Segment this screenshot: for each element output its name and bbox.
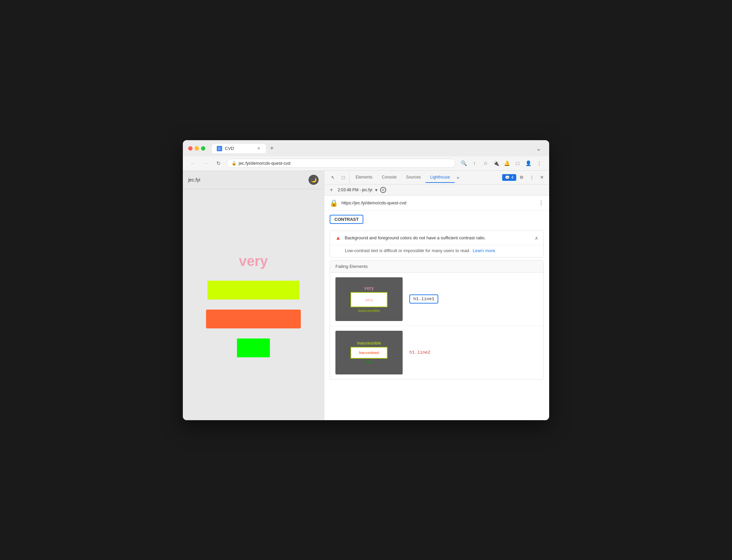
new-tab-button[interactable]: +: [267, 144, 277, 153]
lighthouse-url-more[interactable]: ⋮: [538, 200, 544, 206]
failing-element-row-1: very very inaccessible h1.line1: [330, 273, 543, 326]
devtools-tabs-bar: ↖ □ Elements Console Sources Lighthouse …: [324, 171, 549, 185]
demo-word-low-contrast: low-contrast: [206, 310, 301, 328]
browser-tab-active[interactable]: C CVD ✕: [212, 144, 266, 153]
more-devtools-options[interactable]: ⋮: [527, 173, 536, 182]
back-button[interactable]: ←: [188, 159, 198, 168]
settings-button[interactable]: ⚙: [517, 173, 526, 182]
demo-word-inaccessible: inaccessible: [207, 281, 299, 299]
thumb2-text1: inaccessible: [357, 341, 381, 346]
profile-icon[interactable]: 👤: [524, 159, 533, 168]
alert-icon[interactable]: 🔔: [502, 159, 512, 168]
audit-title: Background and foreground colors do not …: [345, 235, 531, 240]
audit-header[interactable]: ▲ Background and foreground colors do no…: [330, 231, 543, 245]
collapse-button[interactable]: ∧: [535, 235, 538, 241]
lighthouse-url-icon: 🔒: [330, 199, 338, 207]
traffic-light-minimize[interactable]: [195, 146, 199, 151]
block-icon[interactable]: ⊘: [380, 187, 386, 193]
lighthouse-content: 🔒 https://jec.fyi/demo/cds-quest-cvd ⋮ C…: [324, 196, 549, 420]
tab-sources[interactable]: Sources: [401, 172, 425, 183]
search-icon[interactable]: 🔍: [459, 159, 469, 168]
url-text: jec.fyi/demo/cds-quest-cvd: [239, 161, 451, 166]
element-thumbnail-2: inaccessible low-contrast text: [335, 331, 403, 374]
tabs-row: C CVD ✕ + ⌄: [212, 144, 544, 154]
extension-icon[interactable]: 🔌: [491, 159, 501, 168]
thumb1-top-text: very: [364, 285, 374, 291]
forward-button[interactable]: →: [201, 159, 210, 168]
settings-icon: ⚙: [520, 175, 524, 180]
browser-window: C CVD ✕ + ⌄ ← → ↻ 🔒 jec.fyi/demo/cds-que…: [183, 140, 549, 420]
traffic-light-close[interactable]: [188, 146, 193, 151]
add-audit-button[interactable]: +: [328, 186, 335, 194]
contrast-badge[interactable]: CONTRAST: [330, 215, 363, 224]
page-demo-area: very inaccessible low-contrast text: [183, 189, 324, 420]
element-picker-tool[interactable]: ↖: [328, 173, 338, 182]
audit-description-text: Low-contrast text is difficult or imposs…: [345, 248, 470, 253]
devtools-tab-actions: 💬 4 ⚙ ⋮ ✕: [502, 173, 546, 182]
failing-element-row-2: inaccessible low-contrast text h1.line2: [330, 326, 543, 379]
failing-elements-header: Failing Elements: [330, 261, 543, 273]
share-icon[interactable]: ↑: [470, 159, 479, 168]
traffic-lights: [188, 146, 205, 151]
bookmark-icon[interactable]: ☆: [481, 159, 490, 168]
lighthouse-url-bar: 🔒 https://jec.fyi/demo/cds-quest-cvd ⋮: [324, 196, 549, 211]
tab-favicon: C: [217, 146, 222, 151]
tab-title: CVD: [225, 146, 253, 151]
title-bar-top: C CVD ✕ + ⌄: [188, 144, 544, 154]
audit-section: ▲ Background and foreground colors do no…: [330, 231, 544, 257]
sidebar-icon[interactable]: □: [513, 159, 522, 168]
audit-timestamp: 2:03:48 PM - jec.fyi: [338, 188, 372, 192]
site-name: jec.fyi: [188, 177, 200, 183]
tab-console[interactable]: Console: [377, 172, 401, 183]
block-symbol: ⊘: [382, 188, 384, 192]
page-header: jec.fyi 🌙: [183, 171, 324, 189]
devtools-toolbar-left: ↖ □: [327, 171, 350, 184]
device-toolbar-tool[interactable]: □: [338, 173, 348, 182]
address-icons: 🔍 ↑ ☆ 🔌 🔔 □ 👤 ⋮: [459, 159, 544, 168]
thumb2-text2: text: [366, 360, 372, 364]
devtools-subbar: + 2:03:48 PM - jec.fyi ▾ ⊘: [324, 185, 549, 196]
main-area: jec.fyi 🌙 very inaccessible low-contrast…: [183, 171, 549, 420]
close-icon: ✕: [540, 175, 544, 180]
audit-dropdown-button[interactable]: ▾: [375, 187, 377, 193]
page-content: jec.fyi 🌙 very inaccessible low-contrast…: [183, 171, 324, 420]
url-lock-icon: 🔒: [232, 161, 237, 166]
lighthouse-url-text: https://jec.fyi/demo/cds-quest-cvd: [341, 200, 535, 205]
moon-icon: 🌙: [311, 177, 317, 183]
chat-icon: 💬: [505, 175, 510, 180]
element-label-2[interactable]: h1.line2: [409, 350, 430, 355]
tab-lighthouse[interactable]: Lighthouse: [425, 172, 455, 183]
tab-overflow-button[interactable]: ⌄: [533, 144, 544, 154]
demo-word-text: text: [237, 338, 270, 357]
warning-icon: ▲: [335, 235, 341, 241]
title-bar: C CVD ✕ + ⌄: [183, 140, 549, 156]
reload-button[interactable]: ↻: [214, 159, 223, 168]
address-bar: ← → ↻ 🔒 jec.fyi/demo/cds-quest-cvd 🔍 ↑ ☆…: [183, 156, 549, 171]
close-devtools-button[interactable]: ✕: [537, 173, 546, 182]
learn-more-link[interactable]: Learn more: [473, 248, 495, 253]
tab-close-button[interactable]: ✕: [256, 146, 261, 151]
more-tabs-button[interactable]: »: [455, 172, 461, 183]
dark-mode-toggle[interactable]: 🌙: [309, 175, 319, 185]
element-thumbnail-1: very very inaccessible: [335, 277, 403, 321]
element-label-1[interactable]: h1.line1: [409, 294, 438, 304]
failing-elements-section: Failing Elements very very inaccessible: [330, 260, 544, 379]
demo-word-very: very: [235, 252, 272, 271]
traffic-light-maximize[interactable]: [201, 146, 205, 151]
thumb1-highlight-box: very: [351, 292, 388, 307]
tab-elements[interactable]: Elements: [351, 172, 377, 183]
thumb1-bottom-text: inaccessible: [358, 309, 380, 313]
more-icon: ⋮: [530, 175, 534, 180]
plus-icon: +: [330, 187, 333, 193]
chat-badge: 4: [511, 175, 514, 180]
more-options-icon[interactable]: ⋮: [534, 159, 544, 168]
chat-button[interactable]: 💬 4: [502, 174, 516, 181]
thumb2-highlight-box: low-contrast: [351, 347, 388, 359]
url-bar[interactable]: 🔒 jec.fyi/demo/cds-quest-cvd: [227, 159, 456, 168]
devtools-panel: ↖ □ Elements Console Sources Lighthouse …: [324, 171, 549, 420]
audit-description: Low-contrast text is difficult or imposs…: [330, 245, 543, 257]
